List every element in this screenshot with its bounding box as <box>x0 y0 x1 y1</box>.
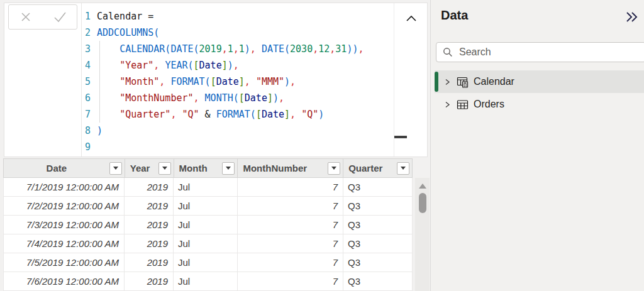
table-row[interactable]: 7/6/2019 12:00:00 AM 2019 Jul 7 Q3 <box>4 272 413 291</box>
filter-dropdown-icon <box>401 167 406 170</box>
filter-dropdown-icon <box>162 167 167 170</box>
table-item-label: Calendar <box>474 76 514 87</box>
cell-date: 7/6/2019 12:00:00 AM <box>4 272 125 290</box>
filter-dropdown-icon <box>226 167 231 170</box>
formula-commit-controls <box>8 4 77 30</box>
code-line: 4 "Year", YEAR([Date]), <box>82 57 394 74</box>
column-header-date[interactable]: Date <box>4 159 125 177</box>
scroll-up-icon[interactable] <box>419 184 426 189</box>
discard-formula-button[interactable] <box>9 5 43 29</box>
data-pane: Data Calendar <box>430 0 644 291</box>
code-line: 9 <box>82 139 394 155</box>
table-item-label: Orders <box>474 99 504 110</box>
column-header-label: Month <box>174 163 223 173</box>
line-number: 1 <box>82 11 97 22</box>
line-number: 2 <box>82 27 97 38</box>
collapse-formula-bar-button[interactable] <box>402 9 421 28</box>
code-line: 5 "Month", FORMAT([Date], "MMM"), <box>82 74 394 90</box>
commit-formula-button[interactable] <box>43 5 77 29</box>
search-input[interactable] <box>458 46 644 58</box>
line-number: 4 <box>82 60 97 71</box>
cell-year: 2019 <box>125 234 174 253</box>
cell-date: 7/2/2019 12:00:00 AM <box>4 197 125 215</box>
code-line: 7 "Quarter", "Q" & FORMAT([Date], "Q") <box>82 106 394 123</box>
line-number: 9 <box>82 141 97 153</box>
table-header-row: Date Year Month MonthNumber Quarter <box>3 158 413 178</box>
dax-code: 1Calendar = 2ADDCOLUMNS( 3 CALENDAR(DATE… <box>82 8 394 155</box>
cell-year: 2019 <box>125 197 174 215</box>
code-line: 2ADDCOLUMNS( <box>82 25 394 41</box>
dax-formula-editor[interactable]: 1Calendar = 2ADDCOLUMNS( 3 CALENDAR(DATE… <box>81 3 427 156</box>
cell-month: Jul <box>174 253 238 272</box>
field-list: Calendar Orders <box>435 70 644 116</box>
filter-dropdown-button[interactable] <box>397 162 409 175</box>
chevron-up-icon <box>406 15 417 23</box>
cell-monthnumber: 7 <box>238 178 343 196</box>
filter-dropdown-button[interactable] <box>222 162 235 175</box>
table-row[interactable]: 7/1/2019 12:00:00 AM 2019 Jul 7 Q3 <box>4 178 413 197</box>
column-header-year[interactable]: Year <box>125 159 174 177</box>
cell-quarter: Q3 <box>343 272 413 290</box>
data-pane-item-orders[interactable]: Orders <box>435 93 644 116</box>
filter-dropdown-button[interactable] <box>158 162 171 175</box>
search-box <box>436 42 644 62</box>
table-row[interactable]: 7/5/2019 12:00:00 AM 2019 Jul 7 Q3 <box>4 253 413 272</box>
search-icon <box>443 47 453 57</box>
cell-monthnumber: 7 <box>238 234 343 253</box>
cell-quarter: Q3 <box>343 253 413 272</box>
column-header-label: Quarter <box>343 163 397 173</box>
column-header-label: Year <box>125 163 158 173</box>
editor-horizontal-scrollbar[interactable] <box>394 136 407 138</box>
cell-date: 7/4/2019 12:00:00 AM <box>4 234 125 253</box>
cell-month: Jul <box>174 216 238 234</box>
table-vertical-scrollbar[interactable] <box>415 178 430 291</box>
filter-dropdown-button[interactable] <box>109 162 122 175</box>
column-header-quarter[interactable]: Quarter <box>343 159 413 177</box>
cell-quarter: Q3 <box>343 216 413 234</box>
double-chevron-right-icon <box>625 11 639 23</box>
cell-year: 2019 <box>125 178 174 196</box>
editor-rail-divider <box>394 3 394 156</box>
cell-year: 2019 <box>125 272 174 290</box>
cell-date: 7/3/2019 12:00:00 AM <box>4 216 125 234</box>
cell-quarter: Q3 <box>343 197 413 215</box>
table-row[interactable]: 7/3/2019 12:00:00 AM 2019 Jul 7 Q3 <box>4 216 413 234</box>
data-pane-item-calendar[interactable]: Calendar <box>435 70 644 93</box>
line-number: 3 <box>82 43 97 55</box>
cell-monthnumber: 7 <box>238 216 343 234</box>
cell-year: 2019 <box>125 216 174 234</box>
filter-dropdown-icon <box>331 167 336 170</box>
cell-year: 2019 <box>125 253 174 272</box>
chevron-right-icon[interactable] <box>443 78 451 86</box>
cell-month: Jul <box>174 272 238 290</box>
code-line: 1Calendar = <box>82 8 394 25</box>
code-line: 3 CALENDAR(DATE(2019,1,1), DATE(2030,12,… <box>82 41 394 57</box>
checkmark-icon <box>52 10 67 24</box>
column-header-label: Date <box>4 163 109 173</box>
discard-icon <box>19 10 33 24</box>
code-line: 6 "MonthNumber", MONTH([Date]), <box>82 90 394 106</box>
cell-quarter: Q3 <box>343 234 413 253</box>
cell-month: Jul <box>174 178 238 196</box>
table-row[interactable]: 7/2/2019 12:00:00 AM 2019 Jul 7 Q3 <box>4 197 413 216</box>
calculated-table-icon <box>457 76 469 88</box>
cell-monthnumber: 7 <box>238 272 343 290</box>
cell-date: 7/1/2019 12:00:00 AM <box>4 178 125 196</box>
cell-date: 7/5/2019 12:00:00 AM <box>4 253 125 272</box>
scrollbar-thumb[interactable] <box>419 193 426 213</box>
table-body: 7/1/2019 12:00:00 AM 2019 Jul 7 Q3 7/2/2… <box>3 178 413 291</box>
chevron-right-icon[interactable] <box>443 101 451 109</box>
column-header-monthnumber[interactable]: MonthNumber <box>238 159 343 177</box>
code-line: 8) <box>82 123 394 139</box>
line-number: 5 <box>82 76 97 87</box>
table-row[interactable]: 7/4/2019 12:00:00 AM 2019 Jul 7 Q3 <box>4 234 413 253</box>
column-header-month[interactable]: Month <box>174 159 238 177</box>
indent-guide <box>99 41 100 123</box>
collapse-pane-button[interactable] <box>623 8 641 26</box>
line-number: 8 <box>82 125 97 136</box>
cell-quarter: Q3 <box>343 178 413 196</box>
cell-month: Jul <box>174 234 238 253</box>
formula-bar-region: 1Calendar = 2ADDCOLUMNS( 3 CALENDAR(DATE… <box>4 3 428 157</box>
line-number: 7 <box>82 109 97 120</box>
filter-dropdown-button[interactable] <box>328 162 340 175</box>
